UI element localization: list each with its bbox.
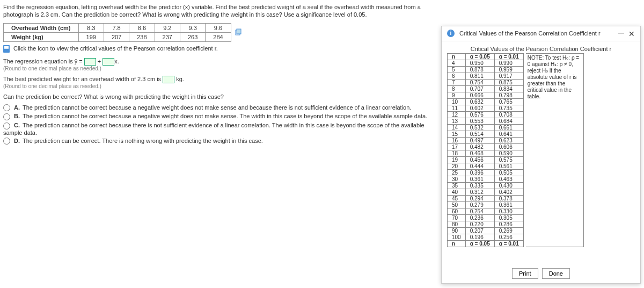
- table-row: 50.8780.959: [448, 67, 524, 73]
- table-row: 60.8110.917: [448, 73, 524, 80]
- table-row: 80.7070.834: [448, 86, 524, 92]
- regression-equation-prompt: The regression equation is ŷ = + x.: [3, 58, 438, 66]
- best-predicted-prompt: The best predicted weight for an overhea…: [3, 76, 438, 83]
- table-row: 190.4560.575: [448, 157, 524, 163]
- table-row: 100.6320.765: [448, 99, 524, 105]
- option-d-text: The prediction can be correct. There is …: [23, 138, 263, 144]
- data-table: Overhead Width (cm) 8.3 7.8 8.6 9.2 9.3 …: [3, 23, 250, 42]
- table-row: 70.7540.875: [448, 80, 524, 86]
- critical-values-table: n α = 0.05 α = 0.01 40.9500.99050.8780.9…: [447, 53, 524, 247]
- table-row: 200.4440.561: [448, 163, 524, 170]
- option-a-row: A. The prediction cannot be correct beca…: [3, 104, 438, 112]
- critical-values-link[interactable]: Click the icon to view the critical valu…: [13, 45, 218, 52]
- table-row: 1000.1960.256: [448, 234, 524, 241]
- table-row: 400.3120.402: [448, 189, 524, 196]
- intercept-input[interactable]: [84, 58, 96, 66]
- option-a-text: The prediction cannot be correct because…: [23, 104, 411, 111]
- row-label-width: Overhead Width (cm): [4, 23, 79, 32]
- round-hint-1: (Round to one decimal place as needed.): [3, 66, 438, 71]
- document-icon[interactable]: [3, 45, 10, 53]
- slope-input[interactable]: [103, 58, 114, 66]
- table-row: 800.2200.286: [448, 221, 524, 228]
- table-row: 180.4680.590: [448, 150, 524, 157]
- table-row: 500.2790.361: [448, 202, 524, 208]
- table-row: 90.6660.798: [448, 92, 524, 99]
- round-hint-2: (Round to one decimal place as needed.): [3, 83, 438, 89]
- minimize-button[interactable]: —: [618, 30, 624, 36]
- close-button[interactable]: ✕: [628, 30, 635, 38]
- table-row: 160.4970.623: [448, 138, 524, 144]
- row-label-weight: Weight (kg): [4, 32, 79, 41]
- option-b-radio[interactable]: [3, 113, 10, 120]
- option-c-row: C. The prediction cannot be correct beca…: [3, 122, 438, 136]
- option-a-radio[interactable]: [3, 104, 10, 111]
- option-d-row: D. The prediction can be correct. There …: [3, 138, 438, 145]
- table-row: 150.5140.641: [448, 131, 524, 138]
- table-row: 600.2540.330: [448, 208, 524, 215]
- mc-question: Can the prediction be correct? What is w…: [3, 93, 438, 100]
- option-b-text: The prediction cannot be correct because…: [23, 113, 427, 119]
- predicted-weight-input[interactable]: [163, 76, 174, 83]
- print-button[interactable]: Print: [512, 268, 538, 279]
- table-row: 350.3350.430: [448, 183, 524, 189]
- critical-values-dialog: i Critical Values of the Pearson Correla…: [441, 26, 641, 284]
- dialog-title: Critical Values of the Pearson Correlati…: [459, 30, 601, 37]
- table-row: 250.3960.505: [448, 170, 524, 176]
- table-row: 170.4820.606: [448, 144, 524, 150]
- table-row: 110.6020.735: [448, 105, 524, 112]
- done-button[interactable]: Done: [542, 268, 570, 279]
- option-b-row: B. The prediction cannot be correct beca…: [3, 113, 438, 120]
- table-row: 700.2360.305: [448, 215, 524, 221]
- option-c-radio[interactable]: [3, 123, 10, 129]
- table-row: 40.9500.990: [448, 60, 524, 67]
- table-row: 130.5530.684: [448, 118, 524, 125]
- option-d-radio[interactable]: [3, 138, 10, 145]
- question-text: Find the regression equation, letting ov…: [3, 3, 438, 19]
- svg-rect-1: [237, 29, 241, 34]
- table-row: 120.5760.708: [448, 112, 524, 118]
- info-icon: i: [447, 30, 455, 37]
- table-row: 450.2940.378: [448, 196, 524, 202]
- copy-icon[interactable]: [235, 28, 242, 36]
- table-row: 140.5320.661: [448, 125, 524, 131]
- table-row: 300.3610.463: [448, 176, 524, 183]
- cv-note: NOTE: To test H₀: ρ = 0 against H₁: ρ ≠ …: [526, 53, 584, 247]
- cv-table-title: Critical Values of the Pearson Correlati…: [447, 46, 635, 52]
- table-row: 900.2070.269: [448, 228, 524, 234]
- option-c-text: The prediction cannot be correct because…: [3, 122, 425, 136]
